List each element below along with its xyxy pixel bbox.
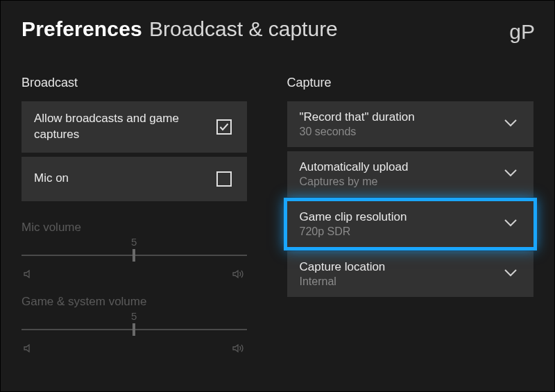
capture-location-value: Internal [300,275,386,288]
chevron-down-icon [503,218,518,230]
record-that-duration-dropdown[interactable]: "Record that" duration 30 seconds [287,101,533,147]
game-system-volume-label: Game & system volume [22,295,247,309]
capture-location-title: Capture location [300,260,386,274]
clip-resolution-value: 720p SDR [300,225,407,238]
speaker-loud-icon [232,269,246,282]
clip-resolution-title: Game clip resolution [300,210,407,224]
checkbox-empty-icon [216,171,232,187]
title-section: Broadcast & capture [149,17,338,41]
mic-volume-label: Mic volume [22,221,247,235]
auto-upload-value: Captures by me [300,176,409,188]
game-system-volume-value: 5 [22,310,247,322]
watermark: gP [509,20,535,44]
speaker-mute-icon [23,343,34,357]
record-that-title: "Record that" duration [300,110,415,124]
mic-volume-slider[interactable] [22,249,247,262]
mic-volume-value: 5 [22,236,247,248]
game-system-volume-block: Game & system volume 5 [22,295,247,357]
checkbox-checked-icon [216,119,232,135]
mic-on-toggle[interactable]: Mic on [22,157,247,201]
game-system-volume-slider[interactable] [22,323,247,336]
capture-header: Capture [287,76,533,90]
allow-broadcasts-label: Allow broadcasts and game captures [34,111,194,143]
chevron-down-icon [503,118,518,130]
speaker-loud-icon [232,343,246,357]
automatically-upload-dropdown[interactable]: Automatically upload Captures by me [287,151,533,197]
allow-broadcasts-toggle[interactable]: Allow broadcasts and game captures [22,101,247,153]
chevron-down-icon [503,168,518,180]
record-that-value: 30 seconds [300,126,415,138]
broadcast-header: Broadcast [22,76,247,90]
mic-on-label: Mic on [34,171,69,187]
game-clip-resolution-dropdown[interactable]: Game clip resolution 720p SDR [287,201,533,247]
auto-upload-title: Automatically upload [300,160,409,174]
speaker-mute-icon [23,269,34,282]
capture-location-dropdown[interactable]: Capture location Internal [287,251,533,297]
page-title: Preferences Broadcast & capture [22,17,533,41]
chevron-down-icon [503,268,518,280]
title-preferences: Preferences [22,17,142,41]
mic-volume-block: Mic volume 5 [22,221,247,282]
